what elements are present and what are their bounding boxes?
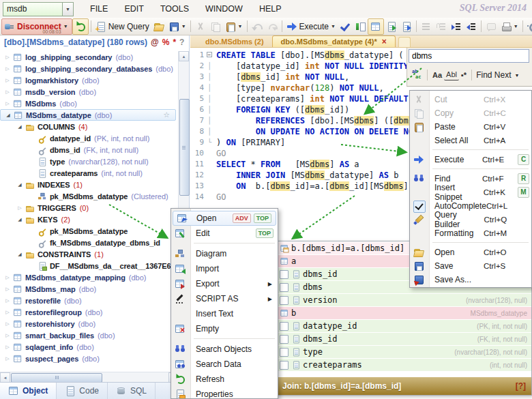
menu-item-help[interactable]: HELP <box>251 4 290 14</box>
header-mark[interactable]: * <box>173 38 176 47</box>
join-popup-row-createparams[interactable]: createparams(int, not null) <box>277 359 531 372</box>
chevron-down-icon[interactable]: ▼ <box>331 24 336 29</box>
menu-item-open[interactable]: OpenADVTOP <box>173 211 276 226</box>
editor-tab[interactable]: dbo.MSdbms (2) <box>197 36 272 47</box>
menu-item-empty[interactable]: Empty <box>171 321 278 336</box>
checkbox[interactable] <box>280 348 289 357</box>
expand-icon[interactable]: ▷ <box>3 333 12 338</box>
search-input[interactable] <box>409 49 529 63</box>
tree-item-fk_MSdbms_datatype_dbms_id[interactable]: fk_MSdbms_datatype_dbms_id <box>0 237 179 248</box>
replace-button[interactable] <box>409 68 424 82</box>
paste-button[interactable]: ▼ <box>223 19 245 34</box>
menu-item-open[interactable]: OpenCtrl+O <box>410 246 531 259</box>
chevron-down-icon[interactable]: ▼ <box>62 3 73 16</box>
menu-item-cut[interactable]: CutCtrl+X <box>410 93 531 106</box>
expand-icon[interactable]: ▷ <box>3 78 12 83</box>
header-mark[interactable]: @ <box>151 38 159 47</box>
plan-button[interactable] <box>353 19 368 34</box>
menu-item-file[interactable]: FILE <box>82 4 116 14</box>
regex-button[interactable]: ▪* <box>459 70 469 80</box>
panel-tab-sql[interactable]: SQL <box>108 383 156 399</box>
fold-collapse-icon[interactable]: − <box>204 50 215 61</box>
tree-item-COLUMNS[interactable]: ◢COLUMNS(4) <box>0 121 179 132</box>
editor-tab[interactable]: dbo.MSdbms_datatype (4)*× <box>272 35 396 47</box>
collapse-icon[interactable]: ◢ <box>15 217 25 222</box>
menu-item-import[interactable]: Import <box>171 261 278 276</box>
tree-item-smart_backup_files[interactable]: ▷smart_backup_files(dbo) <box>0 329 179 341</box>
list-button[interactable] <box>419 19 434 34</box>
comment-button[interactable] <box>484 19 499 34</box>
chevron-down-icon[interactable]: ▼ <box>63 24 68 29</box>
expand-icon[interactable]: ▷ <box>3 89 12 95</box>
menu-item-edit[interactable]: EDIT <box>116 4 151 14</box>
checkbox[interactable] <box>280 296 289 305</box>
menu-item-save[interactable]: SaveCtrl+S <box>410 259 531 273</box>
tree-item-pk_MSdbms_datatype[interactable]: pk_MSdbms_datatype <box>0 225 179 237</box>
tree-item-log_shipping_secondary_databases[interactable]: ▷log_shipping_secondary_databases(dbo) <box>0 63 179 74</box>
database-selector[interactable]: msdb ▼ <box>3 2 74 16</box>
menu-item-select-all[interactable]: Select AllCtrl+A <box>410 134 531 147</box>
tree-item-restorehistory[interactable]: ▷restorehistory(dbo) <box>0 318 179 329</box>
chevron-down-icon[interactable]: ▼ <box>514 24 518 29</box>
disconnect-button[interactable]: Disconnect▼00:08:03 <box>1 18 72 35</box>
checkbox[interactable] <box>280 322 289 331</box>
menu-item-formatting[interactable]: FormattingCtrl+M <box>410 226 531 240</box>
checkbox[interactable] <box>280 361 289 370</box>
tree-item-type[interactable]: type(nvarchar(128), not null) <box>0 156 179 167</box>
tree-item-dbms_id[interactable]: dbms_id(FK, int, not null) <box>0 144 179 156</box>
header-mark[interactable]: ? <box>179 38 184 47</box>
tree-item-msdb_version[interactable]: ▷msdb_version(dbo) <box>0 86 179 98</box>
menu-item-diagram[interactable]: Diagram <box>171 246 278 261</box>
expand-icon[interactable]: ▷ <box>15 205 25 211</box>
join-popup-row-dbms_id[interactable]: dbms_id(FK, int, not null) <box>277 333 531 346</box>
expand-icon[interactable]: ▷ <box>3 286 12 292</box>
tree-item-suspect_pages[interactable]: ▷suspect_pages(dbo) <box>0 353 179 364</box>
execute-button[interactable]: Execute▼ <box>284 19 338 34</box>
undo-button[interactable] <box>250 19 265 34</box>
menu-item-insert-text[interactable]: Insert Text <box>171 306 278 321</box>
tree-item-createparams[interactable]: createparams(int, not null) <box>0 167 179 179</box>
tree-item-MSdbms_datatype[interactable]: ◢MSdbms_datatype(dbo)☆ <box>0 109 176 121</box>
scroll-up-icon[interactable]: ▲ <box>179 51 189 61</box>
tree-item-restorefilegroup[interactable]: ▷restorefilegroup(dbo) <box>0 306 179 318</box>
cut-button[interactable] <box>193 19 208 34</box>
menu-item-search-data[interactable]: Search Data <box>171 357 278 372</box>
indent-button[interactable] <box>449 19 464 34</box>
menu-item-query-builder[interactable]: Query BuilderCtrl+Q <box>410 213 531 226</box>
tree-item-logmarkhistory[interactable]: ▷logmarkhistory(dbo) <box>0 74 179 86</box>
grid-button[interactable] <box>368 18 384 35</box>
refresh-button[interactable] <box>72 18 89 35</box>
menu-item-copy[interactable]: CopyCtrl+C <box>410 106 531 120</box>
export-script-button[interactable] <box>399 19 414 34</box>
menu-item-refresh[interactable]: Refresh <box>171 372 278 387</box>
close-icon[interactable]: × <box>382 36 387 47</box>
chevron-down-icon[interactable]: ▼ <box>238 24 243 29</box>
menu-item-edit[interactable]: EditTOP <box>171 226 278 241</box>
tree-item-pk_MSdbms_datatype[interactable]: pk_MSdbms_datatype(Clustered) <box>0 190 179 202</box>
expand-icon[interactable]: ▷ <box>3 275 12 280</box>
menu-item-save-as[interactable]: Save As... <box>410 273 531 286</box>
menu-item-window[interactable]: WINDOW <box>197 4 251 14</box>
expand-icon[interactable]: ▷ <box>3 101 12 106</box>
expand-icon[interactable]: ▷ <box>3 344 12 350</box>
validate-button[interactable] <box>338 19 353 34</box>
tree-item-log_shipping_secondary[interactable]: ▷log_shipping_secondary(dbo) <box>0 51 179 63</box>
print-button[interactable]: ▼ <box>499 19 520 34</box>
expand-icon[interactable]: ▷ <box>3 310 12 315</box>
object-header-marks[interactable]: @%*? <box>147 38 184 47</box>
join-popup-row-version[interactable]: version(nvarchar(128), null) <box>277 294 531 307</box>
match-case-button[interactable]: Aa <box>430 70 444 80</box>
menu-item-tools[interactable]: TOOLS <box>152 4 197 14</box>
header-mark[interactable]: % <box>162 38 170 47</box>
checkbox[interactable] <box>280 335 289 344</box>
expand-icon[interactable]: ▷ <box>3 356 12 361</box>
join-help-badge[interactable]: [?] <box>516 381 526 391</box>
join-popup-row-b[interactable]: bMSdbms_datatype <box>277 307 531 320</box>
expand-icon[interactable]: ▷ <box>3 55 12 60</box>
new-query-button[interactable]: New Query <box>93 19 151 34</box>
chevron-down-icon[interactable]: ▼ <box>181 24 186 29</box>
menu-item-export[interactable]: Export▶ <box>171 276 278 291</box>
scroll-left-icon[interactable]: ◄ <box>0 372 10 383</box>
collapse-icon[interactable]: ◢ <box>3 113 13 118</box>
scrollbar-thumb[interactable] <box>179 99 190 196</box>
